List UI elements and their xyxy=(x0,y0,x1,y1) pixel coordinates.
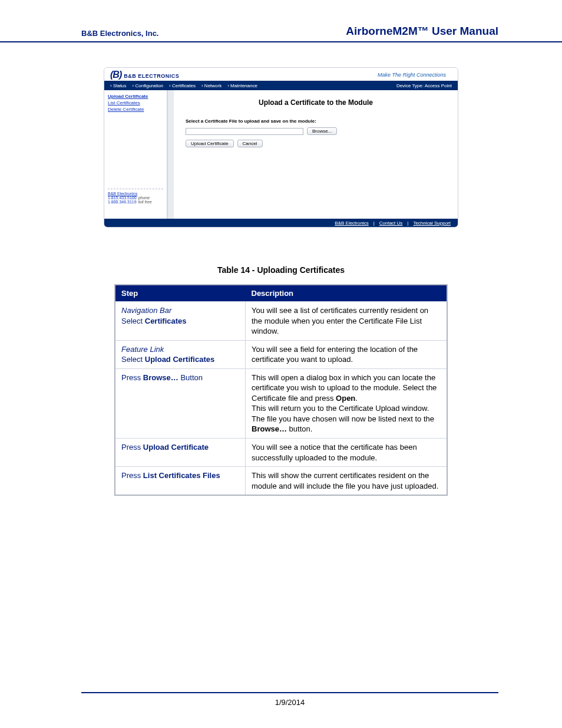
contact-phone-label: phone xyxy=(138,196,150,200)
step-cell: Navigation BarSelect Certificates xyxy=(115,302,246,341)
ui-body: Upload Certificate List Certificates Del… xyxy=(104,90,458,219)
desc-cell: You will see a notice that the certifica… xyxy=(246,439,448,467)
ui-main: Upload a Certificate to the Module Selec… xyxy=(174,90,458,219)
main-heading: Upload a Certificate to the Module xyxy=(186,98,446,107)
nav-status[interactable]: Status xyxy=(110,83,127,88)
step-cell: Feature LinkSelect Upload Certificates xyxy=(115,340,246,368)
cancel-button[interactable]: Cancel xyxy=(237,140,263,147)
ui-topbar: (B) B&B ELECTRONICS Make The Right Conne… xyxy=(104,68,458,81)
device-type-label: Device Type: Access Point xyxy=(396,83,452,88)
brand-slogan: Make The Right Connections xyxy=(378,72,446,78)
sidebar-contact: B&B Electronics 1.815.433.5100 phone 1.8… xyxy=(108,192,163,204)
table-row: Feature LinkSelect Upload CertificatesYo… xyxy=(115,340,447,368)
file-path-input[interactable] xyxy=(186,128,303,135)
desc-cell: This will show the current certificates … xyxy=(246,467,448,496)
nav-configuration[interactable]: Configuration xyxy=(133,83,163,88)
contact-toll-label: toll free xyxy=(138,200,152,204)
nav-network[interactable]: Network xyxy=(201,83,222,88)
logo-brand: B&B ELECTRONICS xyxy=(124,73,179,79)
table-row: Press Browse… ButtonThis will open a dia… xyxy=(115,368,447,438)
footer-link-support[interactable]: Technical Support xyxy=(413,220,451,226)
footer-sep: | xyxy=(373,220,375,226)
table-row: Press List Certificates FilesThis will s… xyxy=(115,467,447,496)
col-step: Step xyxy=(115,285,246,302)
ui-navbar: Status Configuration Certificates Networ… xyxy=(104,81,458,90)
page-header: B&B Electronics, Inc. AirborneM2M™ User … xyxy=(0,0,562,42)
table-row: Navigation BarSelect CertificatesYou wil… xyxy=(115,302,447,341)
upload-certificate-button[interactable]: Upload Certificate xyxy=(186,140,234,147)
desc-cell: You will see a list of certificates curr… xyxy=(246,302,448,341)
sidebar-divider xyxy=(108,189,163,189)
page-footer: 1/9/2014 xyxy=(81,692,498,707)
sidebar-list-cert[interactable]: List Certificates xyxy=(108,100,163,106)
ui-footer: B&B Electronics | Contact Us | Technical… xyxy=(104,219,458,227)
desc-cell: You will see a field for entering the lo… xyxy=(246,340,448,368)
table-caption: Table 14 - Uploading Certificates xyxy=(0,265,562,275)
sidebar-upload-cert[interactable]: Upload Certificate xyxy=(108,94,163,99)
footer-date: 1/9/2014 xyxy=(275,698,305,707)
footer-link-bb[interactable]: B&B Electronics xyxy=(335,220,368,226)
ui-sidebar: Upload Certificate List Certificates Del… xyxy=(104,90,167,219)
steps-table: Step Description Navigation BarSelect Ce… xyxy=(114,284,448,496)
col-desc: Description xyxy=(246,285,448,302)
company-name: B&B Electronics, Inc. xyxy=(81,29,158,38)
contact-phone: 1.815.433.5100 xyxy=(108,196,137,200)
contact-title[interactable]: B&B Electronics xyxy=(108,192,163,196)
table-row: Press Upload CertificateYou will see a n… xyxy=(115,439,447,467)
sidebar-delete-cert[interactable]: Delete Certificate xyxy=(108,107,163,112)
brand-logo: (B) B&B ELECTRONICS xyxy=(110,70,179,80)
manual-title: AirborneM2M™ User Manual xyxy=(346,25,498,38)
footer-link-contact[interactable]: Contact Us xyxy=(379,220,403,226)
nav-maintenance[interactable]: Maintenance xyxy=(227,83,257,88)
desc-cell: This will open a dialog box in which you… xyxy=(246,368,448,438)
ui-screenshot: (B) B&B ELECTRONICS Make The Right Conne… xyxy=(104,67,458,228)
sidebar-scrollbar[interactable] xyxy=(167,90,174,219)
instruction-label: Select a Certificate File to upload and … xyxy=(186,118,446,124)
step-cell: Press Browse… Button xyxy=(115,368,246,438)
contact-toll: 1.800.346.3119 xyxy=(108,200,137,204)
browse-button[interactable]: Browse... xyxy=(307,127,337,135)
step-cell: Press List Certificates Files xyxy=(115,467,246,496)
footer-sep: | xyxy=(407,220,408,226)
logo-symbol: (B) xyxy=(110,70,121,80)
navbar-items: Status Configuration Certificates Networ… xyxy=(110,83,257,88)
nav-certificates[interactable]: Certificates xyxy=(169,83,196,88)
step-cell: Press Upload Certificate xyxy=(115,439,246,467)
